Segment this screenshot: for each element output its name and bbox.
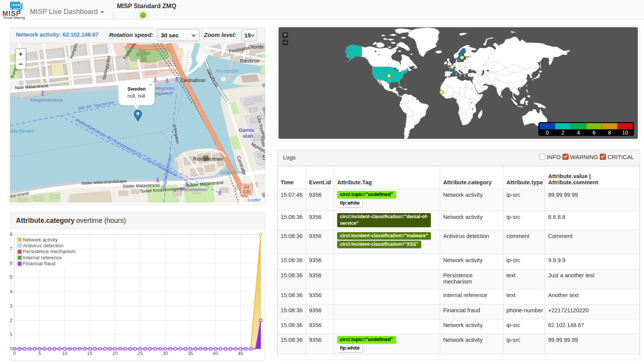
svg-text:–: –: [284, 40, 287, 45]
svg-text:×: ×: [149, 82, 152, 88]
svg-text:ddarfjärden: ddarfjärden: [10, 128, 34, 134]
svg-text:5: 5: [10, 275, 12, 280]
svg-text:Norrbr: Norrbr: [250, 44, 264, 50]
svg-text:stan: stan: [243, 133, 253, 139]
svg-text:E4: E4: [244, 185, 249, 189]
svg-text:Centralbron: Centralbron: [180, 78, 205, 83]
svg-text:6: 6: [592, 130, 595, 136]
svg-text:Sweden: Sweden: [127, 86, 146, 92]
svg-text:0: 0: [10, 346, 12, 352]
svg-text:2: 2: [10, 318, 12, 323]
svg-text:25: 25: [138, 351, 143, 356]
svg-text:8: 8: [10, 232, 12, 237]
svg-text:10: 10: [62, 351, 68, 356]
svg-text:7: 7: [10, 246, 12, 252]
svg-text:2: 2: [561, 130, 564, 136]
svg-text:E20: E20: [243, 189, 251, 194]
svg-text:15: 15: [87, 351, 92, 356]
svg-text:40: 40: [213, 351, 218, 356]
svg-text:Antivirus detection: Antivirus detection: [23, 243, 64, 248]
svg-text:20: 20: [112, 351, 118, 356]
svg-text:Söderström: Söderström: [220, 170, 244, 175]
svg-text:+: +: [18, 50, 23, 58]
svg-text:S: S: [262, 154, 265, 161]
svg-text:Gamla: Gamla: [238, 127, 254, 133]
svg-text:1: 1: [10, 332, 12, 337]
svg-text:10: 10: [622, 130, 628, 136]
svg-text:+: +: [284, 32, 286, 38]
svg-text:4: 4: [10, 289, 12, 294]
svg-text:Network activity: Network activity: [23, 237, 58, 243]
svg-text:45: 45: [238, 351, 244, 356]
svg-text:8: 8: [608, 130, 611, 136]
svg-text:3: 3: [10, 303, 12, 309]
svg-text:Riksbron: Riksbron: [240, 58, 259, 64]
svg-text:4: 4: [577, 130, 580, 136]
svg-text:Norrström: Norrström: [216, 68, 238, 74]
svg-text:Financial fraud: Financial fraud: [23, 261, 56, 266]
svg-text:6: 6: [10, 261, 12, 266]
svg-text:0: 0: [13, 351, 16, 356]
svg-text:Persistence mechanism: Persistence mechanism: [23, 248, 76, 254]
svg-text:30: 30: [162, 351, 168, 356]
svg-text:35: 35: [188, 351, 193, 356]
svg-text:Internal reference: Internal reference: [23, 255, 62, 261]
svg-text:5: 5: [38, 351, 41, 356]
svg-text:Kungsholmstorg: Kungsholmstorg: [30, 98, 63, 102]
svg-text:Threat Sharing: Threat Sharing: [3, 16, 25, 19]
svg-text:Riddarholmen: Riddarholmen: [193, 156, 223, 162]
svg-text:Leaflet: Leaflet: [248, 198, 261, 202]
svg-text:−: −: [18, 60, 23, 68]
svg-text:null, null: null, null: [127, 93, 145, 99]
svg-text:0: 0: [546, 130, 549, 136]
